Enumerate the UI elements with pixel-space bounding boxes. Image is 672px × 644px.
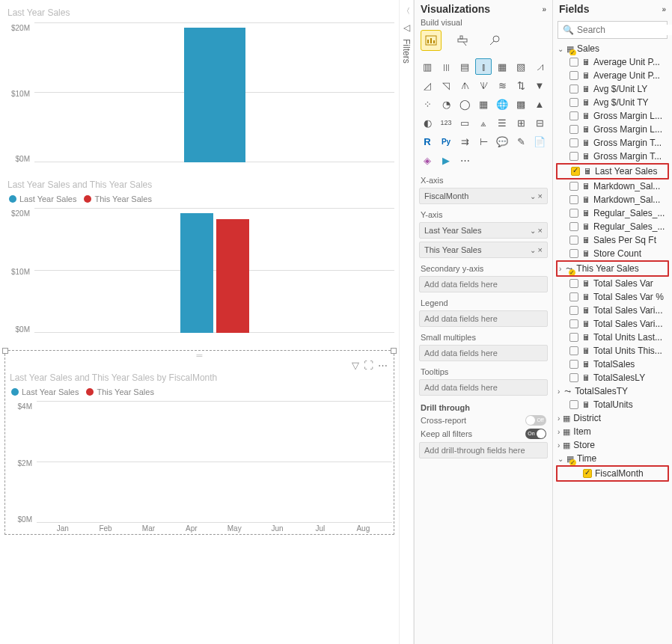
cross-report-toggle[interactable]: Off: [525, 415, 546, 426]
field-storecnt[interactable]: 🖩Store Count: [556, 247, 669, 260]
field-avg-unit-ly[interactable]: 🖩Avg $/Unit LY: [556, 82, 669, 96]
azure-map-icon[interactable]: ▲: [531, 96, 548, 112]
checkbox[interactable]: [571, 167, 580, 176]
build-visual-tab[interactable]: [421, 30, 442, 51]
field-tsales[interactable]: 🖩TotalSales: [556, 358, 669, 371]
checkbox[interactable]: [569, 306, 578, 315]
field-last-year-sales[interactable]: 🖩Last Year Sales: [556, 163, 669, 180]
field-avg-unit-p2[interactable]: 🖩Average Unit P...: [556, 69, 669, 82]
format-visual-tab[interactable]: [452, 30, 473, 51]
table-time[interactable]: ⌄▦Time: [556, 452, 669, 465]
stacked-area-icon[interactable]: ◹: [438, 77, 454, 93]
ribbon-chart-icon[interactable]: ≋: [494, 77, 510, 93]
table-district[interactable]: ›▦District: [556, 411, 669, 425]
pie-icon[interactable]: ◔: [438, 96, 454, 112]
treemap-icon[interactable]: ▦: [475, 96, 492, 112]
tooltips-well[interactable]: [419, 379, 548, 396]
more-icon[interactable]: ⋯: [378, 360, 388, 371]
remove-icon[interactable]: ×: [536, 245, 543, 254]
line-stacked-column-icon[interactable]: ⩚: [456, 77, 473, 93]
field-gml2[interactable]: 🖩Gross Margin L...: [556, 123, 669, 136]
multi-row-card-icon[interactable]: ▭: [456, 114, 473, 131]
yaxis-field-2[interactable]: This Year Sales ⌄ ×: [419, 242, 548, 258]
field-tul[interactable]: 🖩Total Units Last...: [556, 331, 669, 344]
checkbox[interactable]: [583, 469, 592, 478]
filters-pane-collapsed[interactable]: 〈 ◁ Filters: [399, 0, 414, 644]
field-gmt1[interactable]: 🖩Gross Margin T...: [556, 136, 669, 150]
clustered-bar-icon[interactable]: ▤: [456, 58, 473, 75]
line-chart-icon[interactable]: ⩘: [531, 58, 548, 75]
field-tsalesty[interactable]: ›⤳TotalSalesTY: [556, 384, 669, 398]
filter-icon[interactable]: ▽: [352, 360, 359, 371]
stacked-column-icon[interactable]: ⫼: [438, 58, 454, 75]
field-sqft[interactable]: 🖩Sales Per Sq Ft: [556, 233, 669, 247]
powerautomate-icon[interactable]: ▶: [438, 152, 454, 168]
small-multiples-well[interactable]: [419, 345, 548, 361]
checkbox[interactable]: [569, 279, 578, 288]
narrative-icon[interactable]: ✎: [513, 133, 529, 150]
field-tunits[interactable]: 🖩TotalUnits: [556, 398, 669, 411]
more-visuals-icon[interactable]: ⋯: [456, 152, 473, 168]
field-md2[interactable]: 🖩Markdown_Sal...: [556, 193, 669, 206]
scatter-icon[interactable]: ⁘: [419, 96, 436, 112]
checkbox[interactable]: [569, 152, 578, 161]
qa-icon[interactable]: 💬: [494, 133, 510, 150]
keep-filters-toggle[interactable]: On: [525, 429, 546, 439]
collapse-icon[interactable]: »: [662, 5, 666, 13]
secondary-yaxis-well[interactable]: [419, 276, 548, 292]
field-gml1[interactable]: 🖩Gross Margin L...: [556, 109, 669, 123]
remove-icon[interactable]: ×: [536, 191, 543, 200]
legend-well[interactable]: [419, 310, 548, 327]
table-icon[interactable]: ⊞: [513, 114, 529, 131]
powerapps-icon[interactable]: ◈: [419, 152, 436, 168]
field-md1[interactable]: 🖩Markdown_Sal...: [556, 180, 669, 193]
checkbox[interactable]: [569, 360, 578, 369]
field-avg-unit-p1[interactable]: 🖩Average Unit P...: [556, 55, 669, 69]
field-tsvari1[interactable]: 🖩Total Sales Vari...: [556, 304, 669, 317]
bar-lys-total[interactable]: [184, 28, 245, 162]
xaxis-field[interactable]: FiscalMonth ⌄ ×: [419, 188, 548, 204]
gauge-icon[interactable]: ◐: [419, 114, 436, 131]
paginated-icon[interactable]: 📄: [531, 133, 548, 150]
field-reg1[interactable]: 🖩Regular_Sales_...: [556, 206, 669, 220]
checkbox[interactable]: [569, 319, 578, 328]
chevron-down-icon[interactable]: ⌄: [530, 227, 536, 235]
field-avg-unit-ty[interactable]: 🖩Avg $/Unit TY: [556, 96, 669, 109]
area-chart-icon[interactable]: ◿: [419, 77, 436, 93]
field-tsvari2[interactable]: 🖩Total Sales Vari...: [556, 317, 669, 331]
table-store[interactable]: ›▦Store: [556, 438, 669, 452]
checkbox[interactable]: [569, 195, 578, 204]
expand-left-icon[interactable]: 〈: [403, 6, 410, 16]
python-visual-icon[interactable]: Py: [438, 133, 454, 150]
checkbox[interactable]: [569, 222, 578, 231]
checkbox[interactable]: [569, 236, 578, 245]
checkbox[interactable]: [569, 85, 578, 93]
table-sales[interactable]: ⌄▦Sales: [556, 42, 669, 55]
field-tsv[interactable]: 🖩Total Sales Var: [556, 277, 669, 290]
field-this-year-sales[interactable]: ›⤳This Year Sales: [556, 260, 669, 277]
focus-mode-icon[interactable]: ⛶: [364, 360, 373, 371]
donut-icon[interactable]: ◯: [456, 96, 473, 112]
field-tut[interactable]: 🖩Total Units This...: [556, 344, 669, 358]
chevron-down-icon[interactable]: ⌄: [530, 192, 536, 200]
field-tsvp[interactable]: 🖩Total Sales Var %: [556, 290, 669, 304]
checkbox[interactable]: [569, 292, 578, 301]
remove-icon[interactable]: ×: [536, 226, 543, 235]
bar-tys[interactable]: [216, 219, 249, 333]
decomposition-tree-icon[interactable]: ⊢: [475, 133, 492, 150]
clustered-column-icon[interactable]: ⫿: [475, 58, 492, 75]
checkbox[interactable]: [569, 346, 578, 355]
search-input[interactable]: 🔍: [558, 21, 668, 39]
r-visual-icon[interactable]: R: [419, 133, 436, 150]
card-icon[interactable]: 123: [438, 114, 454, 131]
field-tsalesly[interactable]: 🖩TotalSalesLY: [556, 371, 669, 384]
100-stacked-bar-icon[interactable]: ▦: [494, 58, 510, 75]
visual-lys-tys-by-month[interactable]: ═ ▽ ⛶ ⋯ Last Year Sales and This Year Sa…: [4, 350, 394, 535]
checkbox[interactable]: [569, 58, 578, 67]
visual-lys-tys[interactable]: Last Year Sales and This Year Sales Last…: [4, 180, 394, 343]
drill-through-well[interactable]: [419, 442, 548, 459]
key-influencers-icon[interactable]: ⇉: [456, 133, 473, 150]
checkbox[interactable]: [569, 333, 578, 342]
100-stacked-column-icon[interactable]: ▧: [513, 58, 529, 75]
checkbox[interactable]: [569, 373, 578, 382]
